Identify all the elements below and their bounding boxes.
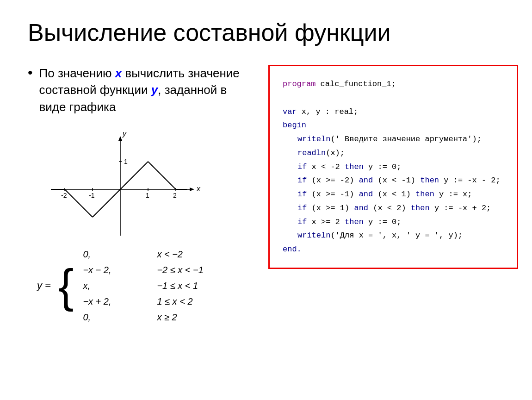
code-if3-cond2: (x < 1) (373, 190, 415, 199)
formula-cond-3: −1 ≤ x < 1 (157, 278, 198, 293)
y-var: у (151, 83, 158, 97)
kw-writeln-2: writeln (297, 231, 330, 240)
content-area: • По значению x вычислить значение соста… (28, 65, 504, 325)
code-line-var: var x, y : real; (283, 105, 504, 119)
svg-text:y: y (122, 130, 127, 138)
code-if4-result: y := -x + 2; (430, 204, 491, 212)
code-writeln2-args: ('Для x = ', x, ' y = ', y); (330, 231, 463, 240)
formula-line-1: 0, x < −2 (83, 247, 204, 262)
formula-cond-4: 1 ≤ x < 2 (157, 294, 192, 309)
code-readln-args: (x); (326, 149, 345, 157)
code-line-if5: if x >= 2 then y := 0; (283, 215, 504, 229)
kw-if-5: if (297, 218, 307, 226)
formula-line-3: x, −1 ≤ x < 1 (83, 278, 204, 293)
bullet-content: По значению x вычислить значение составн… (39, 65, 250, 115)
svg-text:2: 2 (173, 192, 177, 199)
svg-marker-3 (118, 136, 122, 141)
formula-line-4: −x + 2, 1 ≤ x < 2 (83, 294, 204, 309)
code-line-if3: if (x >= -1) and (x < 1) then y := x; (283, 188, 504, 201)
formula-cond-1: x < −2 (157, 247, 183, 262)
code-line-if2: if (x >= -2) and (x < -1) then y := -x -… (283, 174, 504, 188)
kw-var: var (283, 107, 297, 116)
code-if2-cond2: (x < -1) (373, 176, 420, 185)
left-panel: • По значению x вычислить значение соста… (28, 65, 250, 325)
kw-end: end. (283, 245, 302, 254)
svg-text:x: x (196, 185, 201, 193)
code-if5-body: x >= 2 (307, 218, 345, 226)
bullet-text-before: По значению (39, 66, 115, 80)
code-line-if1: if x < -2 then y := 0; (283, 160, 504, 174)
code-if3-cond1: (x >= -1) (307, 190, 359, 199)
function-graph: x y -2 -1 1 2 1 (37, 129, 194, 231)
kw-readln: readln (297, 149, 326, 157)
code-program-name: calc_function_1; (315, 80, 396, 88)
code-line-if4: if (x >= 1) and (x < 2) then y := -x + 2… (283, 201, 504, 215)
formula-expr-5: 0, (83, 310, 148, 325)
kw-if-2: if (297, 176, 307, 185)
formula-table: y = { 0, x < −2 −x − 2, −2 ≤ x < −1 x, −… (37, 247, 250, 325)
formula-expr-2: −x − 2, (83, 262, 148, 277)
code-line-writeln1: writeln(' Введите значение аргумента'); (283, 132, 504, 146)
kw-and-3: and (359, 190, 373, 199)
kw-then-3: then (415, 190, 434, 199)
code-line-begin: begin (283, 119, 504, 132)
formula-cond-5: x ≥ 2 (157, 310, 177, 325)
formula-cond-2: −2 ≤ x < −1 (157, 262, 204, 277)
kw-then-1: then (345, 162, 364, 171)
code-if2-result: y := -x - 2; (439, 176, 501, 185)
formula-expr-4: −x + 2, (83, 294, 148, 309)
kw-if-1: if (297, 162, 307, 171)
kw-then-5: then (345, 218, 364, 226)
code-line-blank1 (283, 91, 504, 105)
svg-line-19 (148, 162, 176, 189)
svg-text:1: 1 (124, 158, 128, 165)
formula-expr-1: 0, (83, 247, 148, 262)
svg-text:-1: -1 (89, 192, 95, 199)
bullet-dot: • (28, 63, 33, 115)
kw-and-4: and (354, 204, 368, 212)
code-if1-body: x < -2 (307, 162, 345, 171)
svg-text:-2: -2 (61, 192, 67, 199)
kw-if-4: if (297, 204, 307, 212)
kw-begin: begin (283, 121, 306, 130)
svg-marker-1 (190, 188, 194, 191)
code-line-writeln2: writeln('Для x = ', x, ' y = ', y); (283, 229, 504, 243)
svg-line-17 (65, 189, 93, 217)
code-line-end: end. (283, 243, 504, 256)
formula-container: y = { 0, x < −2 −x − 2, −2 ≤ x < −1 x, −… (37, 247, 250, 325)
big-brace: { (58, 262, 74, 309)
code-if5-result: y := 0; (364, 218, 402, 226)
kw-if-3: if (297, 190, 307, 199)
kw-writeln-1: writeln (297, 135, 330, 144)
formula-lines: 0, x < −2 −x − 2, −2 ≤ x < −1 x, −1 ≤ x … (83, 247, 204, 325)
code-if3-result: y := x; (434, 190, 472, 199)
graph-container: x y -2 -1 1 2 1 (37, 129, 250, 233)
formula-expr-3: x, (83, 278, 148, 293)
kw-and-2: and (359, 176, 373, 185)
code-if2-cond1: (x >= -2) (307, 176, 359, 185)
kw-program: program (283, 80, 315, 88)
kw-then-4: then (411, 204, 430, 212)
svg-text:1: 1 (146, 192, 149, 199)
kw-then-2: then (420, 176, 439, 185)
formula-line-2: −x − 2, −2 ≤ x < −1 (83, 262, 204, 277)
code-line-readln: readln(x); (283, 146, 504, 160)
bullet-text: • По значению x вычислить значение соста… (28, 65, 250, 115)
formula-line-5: 0, x ≥ 2 (83, 310, 204, 325)
code-line-1: program calc_function_1; (283, 77, 504, 91)
code-box: program calc_function_1; var x, y : real… (268, 65, 518, 269)
code-if4-cond1: (x >= 1) (307, 204, 354, 212)
x-var: x (115, 66, 122, 80)
code-if4-cond2: (x < 2) (368, 204, 411, 212)
code-if1-result: y := 0; (364, 162, 402, 171)
code-var-decl: x, y : real; (297, 107, 359, 116)
page-title: Вычисление составной функции (28, 19, 504, 46)
code-writeln1-args: (' Введите значение аргумента'); (330, 135, 481, 144)
formula-y-label: y = (37, 277, 51, 294)
